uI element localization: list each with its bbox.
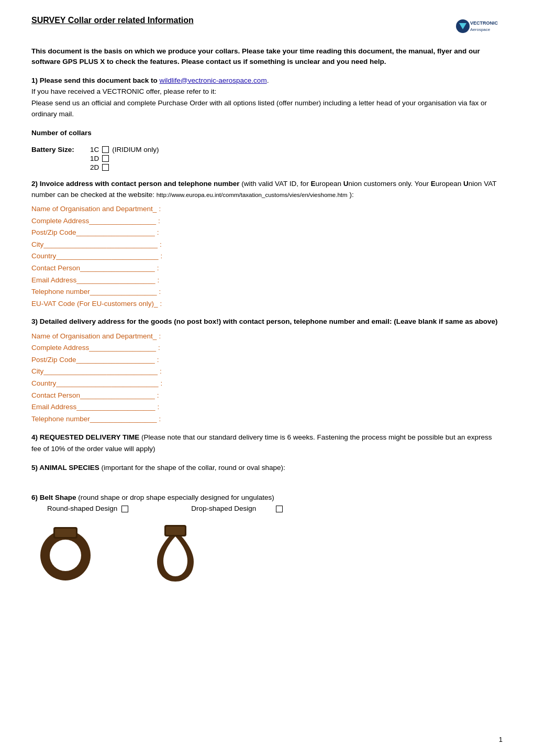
battery-1d: 1D [90, 155, 159, 162]
field-email-addr: Email Address____________________ : [31, 275, 503, 286]
field-country: Country__________________________ : [31, 250, 503, 262]
round-collar-image [31, 520, 99, 588]
section6-heading-line: 6) Belt Shape (round shape or drop shape… [31, 492, 503, 503]
svg-rect-10 [166, 527, 185, 535]
belt-shape-options-row: Round-shaped Design Drop-shaped Design [47, 503, 503, 514]
logo-area: VECTRONIC Aerospace [455, 16, 503, 37]
section-2: 2) Invoice address with contact person a… [31, 179, 503, 309]
del-field-country: Country__________________________ : [31, 378, 503, 389]
drop-shaped-label: Drop-shaped Design [191, 503, 256, 514]
section5-text: (important for the shape of the collar, … [102, 464, 285, 472]
section-5: 5) ANIMAL SPECIES (important for the sha… [31, 462, 503, 485]
field-complete-addr: Complete Address_________________ : [31, 215, 503, 227]
svg-point-6 [50, 540, 81, 571]
battery-size-section: Battery Size: 1C (IRIDIUM only) 1D 2D [31, 146, 503, 171]
del-field-org-dept: Name of Organisation and Department_ : [31, 331, 503, 342]
round-collar-svg [31, 520, 99, 588]
vectronic-logo: VECTRONIC Aerospace [455, 16, 503, 37]
section-1: 1) Please send this document back to wil… [31, 75, 503, 120]
section-4: 4) REQUESTED DELIVERY TIME (Please note … [31, 432, 503, 454]
checkbox-1c[interactable] [102, 146, 109, 153]
svg-text:Aerospace: Aerospace [470, 27, 491, 32]
round-shaped-label: Round-shaped Design [47, 503, 117, 514]
section1-heading: 1) Please send this document back to [31, 76, 158, 84]
intro-text: This document is the basis on which we p… [31, 46, 503, 68]
drop-collar-image [141, 520, 209, 588]
field-post-zip: Post/Zip Code____________________ : [31, 227, 503, 238]
section6-text: (round shape or drop shape especially de… [78, 494, 274, 501]
section4-heading: 4) REQUESTED DELIVERY TIME [31, 433, 139, 441]
page-number: 1 [499, 736, 503, 743]
section2-form: Name of Organisation and Department_ : C… [31, 203, 503, 309]
del-field-contact-person: Contact Person___________________ : [31, 390, 503, 401]
del-field-telephone: Telephone number_________________ : [31, 413, 503, 425]
battery-1c: 1C (IRIDIUM only) [90, 146, 159, 154]
svg-text:VECTRONIC: VECTRONIC [470, 20, 498, 26]
number-of-collars-label: Number of collars [31, 127, 503, 139]
checkbox-drop-shaped[interactable] [276, 506, 283, 512]
drop-collar-svg [141, 520, 209, 588]
checkbox-round-shaped[interactable] [121, 506, 128, 512]
field-city: City_____________________________ : [31, 239, 503, 250]
page-title: SURVEY Collar order related Information [31, 16, 194, 25]
del-field-city: City_____________________________ : [31, 366, 503, 377]
drop-shaped-option: Drop-shaped Design [191, 503, 283, 514]
section6-heading: 6) Belt Shape [31, 494, 76, 501]
field-org-dept: Name of Organisation and Department_ : [31, 203, 503, 215]
checkbox-2d[interactable] [102, 164, 109, 171]
section2-heading: 2) Invoice address with contact person a… [31, 179, 503, 200]
field-telephone: Telephone number_________________ : [31, 286, 503, 298]
field-contact-person: Contact Person___________________ : [31, 262, 503, 274]
belt-images-container [31, 520, 503, 588]
section3-form: Name of Organisation and Department_ : C… [31, 331, 503, 425]
field-eu-vat: EU-VAT Code (For EU-customers only)_ : [31, 298, 503, 310]
section5-heading: 5) ANIMAL SPECIES [31, 464, 99, 472]
section-6: 6) Belt Shape (round shape or drop shape… [31, 492, 503, 588]
battery-options: 1C (IRIDIUM only) 1D 2D [90, 146, 159, 171]
checkbox-1d[interactable] [102, 155, 109, 162]
section-3: 3) Detailed delivery address for the goo… [31, 316, 503, 424]
round-shaped-option: Round-shaped Design [47, 503, 128, 514]
svg-rect-8 [55, 529, 76, 537]
del-field-post-zip: Post/Zip Code____________________ : [31, 354, 503, 366]
battery-label: Battery Size: [31, 146, 84, 154]
page-header: SURVEY Collar order related Information … [31, 16, 503, 37]
section3-heading: 3) Detailed delivery address for the goo… [31, 316, 503, 327]
number-of-collars-section: Number of collars [31, 127, 503, 139]
battery-2d: 2D [90, 163, 159, 171]
del-field-email-addr: Email Address____________________ : [31, 401, 503, 413]
section1-email[interactable]: wildlife@vectronic-aerospace.com [160, 76, 267, 84]
del-field-complete-addr: Complete Address_________________ : [31, 342, 503, 354]
